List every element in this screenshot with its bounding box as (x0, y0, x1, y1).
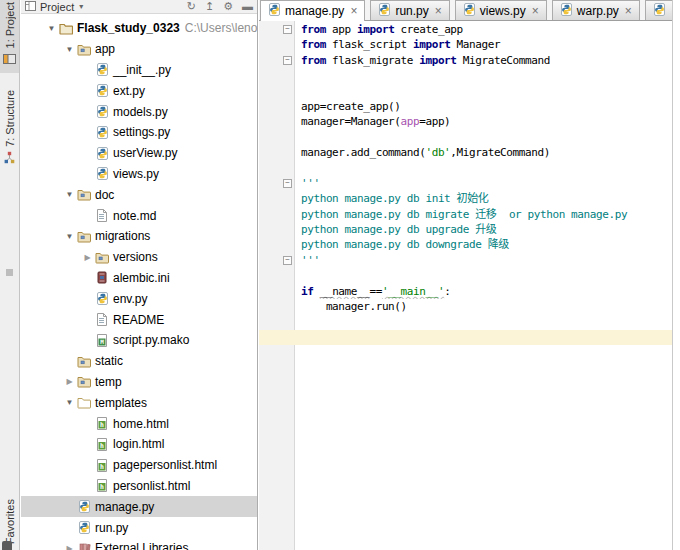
editor-tab-views-py[interactable]: views.py× (455, 0, 547, 20)
tree-row-ext-py[interactable]: ext.py (21, 80, 257, 101)
tree-row-doc[interactable]: ▼doc (21, 184, 257, 205)
fold-marker-icon[interactable]: − (283, 56, 292, 65)
fold-marker-icon[interactable]: − (283, 179, 292, 188)
tree-row-settings-py[interactable]: settings.py (21, 122, 257, 143)
tree-row-env-py[interactable]: env.py (21, 288, 257, 309)
tree-item-label: pagepersonlist.html (113, 458, 217, 472)
tree-row-versions[interactable]: ▶versions (21, 247, 257, 268)
code-token: ,MigrateCommand) (450, 146, 550, 159)
tree-item-label: manage.py (95, 500, 154, 514)
tree-item-label: script.py.mako (113, 333, 189, 347)
tree-item-label: env.py (113, 292, 147, 306)
editor-tab-warp-py[interactable]: warp.py× (552, 0, 640, 20)
settings-icon[interactable]: ⚙ (223, 1, 233, 12)
tree-row-manage-py[interactable]: manage.py (21, 496, 257, 517)
tree-row-note-md[interactable]: note.md (21, 205, 257, 226)
fold-marker-icon[interactable]: − (283, 25, 292, 34)
folder-icon (76, 43, 92, 56)
tree-item-label: userView.py (113, 146, 177, 160)
close-icon[interactable]: × (625, 5, 632, 17)
code-line (259, 68, 673, 83)
tree-row-templates[interactable]: ▼templates (21, 392, 257, 413)
editor-tab-run-py[interactable]: run.py× (370, 0, 449, 20)
close-icon[interactable]: × (435, 5, 442, 17)
tool-tab-structure-label: 7: Structure (4, 90, 16, 147)
fold-marker-icon[interactable]: − (283, 256, 292, 265)
code-line: python manage.py db init 初始化 (259, 191, 673, 206)
window-switcher-icon[interactable] (2, 541, 12, 550)
python-file-icon (94, 63, 110, 76)
code-token: import (419, 54, 456, 67)
tree-item-label: run.py (95, 521, 128, 535)
tool-tab-favorites[interactable]: Favorites (0, 497, 19, 546)
tree-row-external-libraries[interactable]: ▶External Libraries (21, 538, 257, 550)
code-token: =app) (419, 115, 450, 128)
editor-area: manage.py×run.py×views.py×warp.py× from … (259, 0, 673, 550)
html-file-icon: h (94, 459, 110, 472)
code-token: flask_script (326, 38, 413, 51)
tree-row-userview-py[interactable]: userView.py (21, 143, 257, 164)
tool-tab-structure[interactable]: 7: Structure (0, 88, 19, 172)
tree-row-run-py[interactable]: run.py (21, 517, 257, 538)
tab-label: manage.py (285, 4, 344, 18)
code-token: from (301, 23, 326, 36)
tree-row-script-py-mako[interactable]: Mscript.py.mako (21, 330, 257, 351)
expand-arrow-icon[interactable]: ▼ (63, 398, 76, 407)
tree-row-login-html[interactable]: hlogin.html (21, 434, 257, 455)
expand-arrow-icon[interactable]: ▼ (45, 24, 58, 33)
editor-tab-manage-py[interactable]: manage.py× (260, 0, 365, 21)
project-panel-header: Project ▾ ↻↥⚙▬ (21, 0, 257, 14)
tree-row-readme[interactable]: README (21, 309, 257, 330)
project-panel: Project ▾ ↻↥⚙▬ ▼Flask_study_0323C:\Users… (21, 0, 258, 550)
tab-label: run.py (395, 4, 428, 18)
code-token: flask_migrate (326, 54, 419, 67)
expand-arrow-icon[interactable]: ▶ (63, 377, 76, 386)
code-editor[interactable]: from app import create_appfrom flask_scr… (259, 21, 673, 550)
editor-tab-partial[interactable] (645, 0, 673, 20)
folder-root-icon (58, 22, 74, 35)
tree-item-label: views.py (113, 167, 159, 181)
expand-arrow-icon[interactable]: ▼ (63, 190, 76, 199)
code-line: ''' (259, 176, 673, 191)
hide-icon[interactable]: ▬ (242, 1, 253, 12)
tree-row-models-py[interactable]: models.py (21, 101, 257, 122)
expand-arrow-icon[interactable]: ▶ (63, 544, 76, 550)
expand-arrow-icon[interactable]: ▼ (63, 45, 76, 54)
tree-row-views-py[interactable]: views.py (21, 164, 257, 185)
code-token: == (369, 285, 381, 298)
tree-row-temp[interactable]: ▶temp (21, 372, 257, 393)
code-token: from (301, 54, 326, 67)
tree-row-init-py[interactable]: __init__.py (21, 60, 257, 81)
ide-window: 1: Project 7: Structure Favorites Projec… (0, 0, 673, 550)
code-token: import (413, 38, 450, 51)
code-line (259, 161, 673, 176)
close-icon[interactable]: × (532, 5, 539, 17)
tree-row-alembic-ini[interactable]: alembic.ini (21, 268, 257, 289)
tree-item-label: ext.py (113, 84, 145, 98)
tool-tab-favorites-label: Favorites (4, 499, 16, 544)
tree-row-static[interactable]: static (21, 351, 257, 372)
collapse-all-icon[interactable]: ↥ (205, 1, 214, 12)
tree-item-label: login.html (113, 437, 164, 451)
project-view-icon (25, 1, 36, 13)
tree-row-flask-study-0323[interactable]: ▼Flask_study_0323C:\Users\lenov (21, 18, 257, 39)
folder-icon (76, 230, 92, 243)
tree-row-home-html[interactable]: hhome.html (21, 413, 257, 434)
chevron-down-icon[interactable]: ▾ (79, 2, 83, 11)
tool-tab-project[interactable]: 1: Project (0, 0, 19, 73)
html-file-icon: h (94, 438, 110, 451)
tree-row-app[interactable]: ▼app (21, 39, 257, 60)
tree-row-pagepersonlist-html[interactable]: hpagepersonlist.html (21, 455, 257, 476)
expand-arrow-icon[interactable]: ▶ (81, 253, 94, 262)
code-line (259, 84, 673, 99)
project-view-selector[interactable]: Project (40, 1, 74, 13)
project-tree: ▼Flask_study_0323C:\Users\lenov▼app__ini… (21, 14, 257, 550)
close-icon[interactable]: × (350, 5, 357, 17)
tree-row-migrations[interactable]: ▼migrations (21, 226, 257, 247)
folder-icon (76, 355, 92, 368)
folder-icon (76, 375, 92, 388)
tree-row-personlist-html[interactable]: hpersonlist.html (21, 476, 257, 497)
expand-arrow-icon[interactable]: ▼ (63, 232, 76, 241)
sync-icon[interactable]: ↻ (187, 1, 196, 12)
structure-tool-icon (3, 150, 16, 168)
